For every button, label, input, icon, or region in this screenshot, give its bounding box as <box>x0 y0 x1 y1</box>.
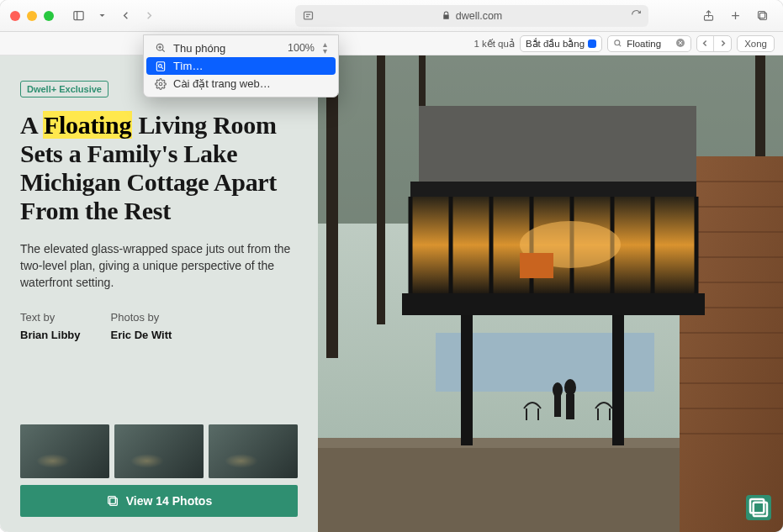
svg-point-60 <box>564 379 576 396</box>
sidebar-toggle-button[interactable] <box>67 6 89 26</box>
find-mode-select[interactable]: Bắt đầu bằng <box>520 35 602 52</box>
find-search-field[interactable]: Floating <box>607 35 691 52</box>
find-menu-item[interactable]: Tìm… <box>146 57 336 75</box>
svg-rect-57 <box>612 315 624 445</box>
minimize-window-button[interactable] <box>27 11 37 21</box>
magnifier-plus-icon <box>155 42 167 54</box>
forward-button[interactable] <box>138 6 160 26</box>
photos-by-label: Photos by <box>111 311 172 324</box>
svg-point-10 <box>615 40 620 45</box>
svg-rect-55 <box>402 293 705 315</box>
find-nav-segment <box>696 35 732 52</box>
thumbnail[interactable] <box>114 424 204 478</box>
window-controls <box>10 11 54 21</box>
svg-rect-17 <box>156 61 164 71</box>
thumbnail[interactable] <box>209 424 298 478</box>
svg-rect-26 <box>377 55 385 324</box>
find-on-page-icon <box>155 61 167 72</box>
photos-by-author[interactable]: Eric De Witt <box>111 329 172 341</box>
zoom-window-button[interactable] <box>44 11 54 21</box>
find-bar: 1 kết quả Bắt đầu bằng Floating Xong <box>0 32 783 55</box>
zoom-stepper-icon[interactable]: ▴▾ <box>323 41 327 55</box>
svg-rect-44 <box>419 106 696 182</box>
expand-gallery-button[interactable] <box>746 495 771 520</box>
find-mode-label: Bắt đầu bằng <box>526 38 585 50</box>
svg-rect-56 <box>461 315 473 445</box>
find-mode-chip-icon <box>588 40 596 48</box>
search-icon <box>613 39 622 48</box>
svg-rect-25 <box>326 55 338 358</box>
svg-rect-21 <box>109 498 117 506</box>
lock-icon <box>442 11 451 20</box>
hero-image <box>318 55 783 532</box>
svg-rect-45 <box>410 182 696 197</box>
clear-search-button[interactable] <box>675 38 685 50</box>
text-by-author[interactable]: Brian Libby <box>20 329 81 341</box>
svg-rect-2 <box>304 12 313 19</box>
page-format-menu-button[interactable] <box>302 9 315 22</box>
address-bar[interactable]: dwell.com <box>295 5 648 27</box>
article-sidebar: Dwell+ Exclusive A Floating Living Room … <box>0 55 318 532</box>
svg-line-19 <box>161 67 163 69</box>
text-by-label: Text by <box>20 311 81 324</box>
svg-rect-61 <box>566 394 574 419</box>
gear-icon <box>155 78 167 90</box>
svg-rect-8 <box>759 13 766 19</box>
page-format-dropdown: Thu phóng 100% ▴▾ Tìm… Cài đặt trang web… <box>143 34 339 97</box>
svg-rect-63 <box>520 253 553 278</box>
svg-rect-9 <box>758 12 764 18</box>
svg-rect-0 <box>73 12 82 20</box>
find-query-text: Floating <box>627 39 661 49</box>
url-host: dwell.com <box>456 10 503 22</box>
article-deck: The elevated glass-wrapped space juts ou… <box>20 240 298 292</box>
article-headline: A Floating Living Room Sets a Family's L… <box>20 111 298 225</box>
reload-button[interactable] <box>631 9 642 23</box>
gallery-icon <box>746 495 771 520</box>
back-button[interactable] <box>114 6 136 26</box>
find-done-button[interactable]: Xong <box>737 35 775 52</box>
svg-rect-65 <box>750 499 764 513</box>
byline: Text by Brian Libby Photos by Eric De Wi… <box>20 311 298 341</box>
svg-line-14 <box>162 50 165 52</box>
svg-rect-59 <box>554 395 561 417</box>
svg-line-11 <box>619 45 621 46</box>
sidebar-menu-chevron-icon[interactable] <box>96 6 108 26</box>
svg-rect-64 <box>754 503 767 516</box>
find-next-button[interactable] <box>714 36 731 51</box>
website-settings-menu-item[interactable]: Cài đặt trang web… <box>146 75 336 92</box>
svg-point-20 <box>159 82 162 86</box>
tab-overview-button[interactable] <box>751 6 773 26</box>
gallery-icon <box>106 494 119 508</box>
svg-point-18 <box>159 64 162 67</box>
close-window-button[interactable] <box>10 11 20 21</box>
search-highlight: Floating <box>43 111 132 139</box>
find-prev-button[interactable] <box>697 36 714 51</box>
view-photos-button[interactable]: View 14 Photos <box>20 485 298 517</box>
photo-thumbnails: View 14 Photos <box>20 424 298 517</box>
exclusive-badge: Dwell+ Exclusive <box>20 81 108 97</box>
find-result-count: 1 kết quả <box>474 38 515 50</box>
new-tab-button[interactable] <box>724 6 746 26</box>
thumbnail[interactable] <box>20 424 109 478</box>
share-button[interactable] <box>697 6 719 26</box>
browser-toolbar: dwell.com <box>0 0 783 32</box>
zoom-menu-item[interactable]: Thu phóng 100% ▴▾ <box>146 39 336 57</box>
svg-rect-22 <box>108 497 115 504</box>
page-content: Dwell+ Exclusive A Floating Living Room … <box>0 55 783 532</box>
